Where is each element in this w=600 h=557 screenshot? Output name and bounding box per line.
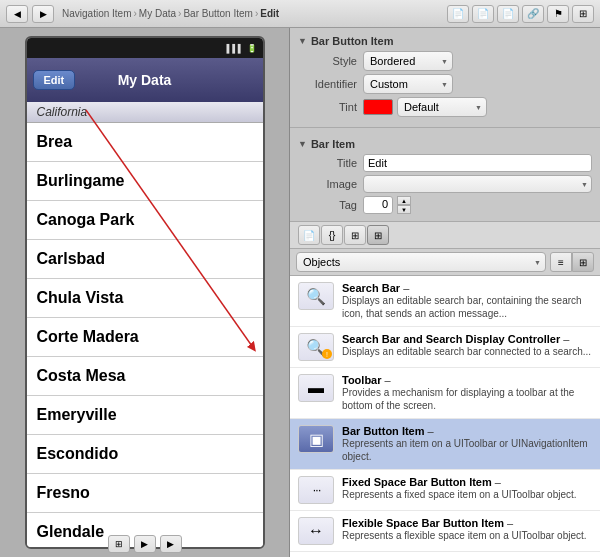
- toolbar-desc: Provides a mechanism for displaying a to…: [342, 386, 592, 412]
- list-item[interactable]: Chula Vista: [27, 279, 263, 318]
- breadcrumb-sep-1: ›: [133, 8, 136, 19]
- image-dropdown[interactable]: [363, 175, 592, 193]
- list-item[interactable]: Canoga Park: [27, 201, 263, 240]
- object-item-tabbar[interactable]: ⊟ Tab Bar – Provides a mechanism for dis…: [290, 552, 600, 557]
- objects-list: 🔍 Search Bar – Displays an editable sear…: [290, 276, 600, 557]
- back-button[interactable]: ◀: [6, 5, 28, 23]
- tag-row: Tag 0 ▲ ▼: [298, 196, 592, 214]
- badge-icon: !: [322, 349, 332, 359]
- mini-toolbar-grid-btn[interactable]: ⊞: [344, 225, 366, 245]
- flexible-space-icon: ↔: [298, 517, 334, 545]
- fixed-space-icon: · · ·: [298, 476, 334, 504]
- style-dropdown[interactable]: Bordered: [363, 51, 453, 71]
- image-row: Image: [298, 175, 592, 193]
- view-grid-btn[interactable]: ⊞: [572, 252, 594, 272]
- image-control: [363, 175, 592, 193]
- title-row: Title: [298, 154, 592, 172]
- tag-value: 0: [363, 196, 393, 214]
- title-input[interactable]: [363, 154, 592, 172]
- fixed-space-symbol-icon: · · ·: [313, 483, 320, 497]
- search-bar-display-text: Search Bar and Search Display Controller…: [342, 333, 591, 358]
- list-item[interactable]: Emeryville: [27, 396, 263, 435]
- phone-nav-title: My Data: [118, 72, 172, 88]
- phone-edit-button[interactable]: Edit: [33, 70, 76, 90]
- bottom-icon-3[interactable]: ▶: [160, 535, 182, 553]
- object-item-searchbar-display[interactable]: 🔍 ! Search Bar and Search Display Contro…: [290, 327, 600, 368]
- bar-button-icon: ▣: [298, 425, 334, 453]
- phone-section-header: California: [27, 102, 263, 123]
- breadcrumb-item-navigation[interactable]: Navigation Item: [62, 8, 131, 19]
- forward-button[interactable]: ▶: [32, 5, 54, 23]
- flexible-space-text: Flexible Space Bar Button Item – Represe…: [342, 517, 587, 542]
- tint-color-swatch[interactable]: [363, 99, 393, 115]
- doc-icon-1[interactable]: 📄: [447, 5, 469, 23]
- toolbar-symbol-icon: ▬: [308, 379, 324, 397]
- toolbar-name: Toolbar –: [342, 374, 592, 386]
- list-item[interactable]: Brea: [27, 123, 263, 162]
- view-grid-icon: ⊞: [579, 257, 587, 268]
- search-icon: 🔍: [306, 287, 326, 306]
- list-item[interactable]: Corte Madera: [27, 318, 263, 357]
- list-item[interactable]: Escondido: [27, 435, 263, 474]
- bottom-icon-1[interactable]: ⊞: [108, 535, 130, 553]
- bar-item-header: ▼ Bar Item: [298, 135, 592, 154]
- identifier-control: Custom: [363, 74, 592, 94]
- list-item[interactable]: Burlingame: [27, 162, 263, 201]
- object-item-bar-button[interactable]: ▣ Bar Button Item – Represents an item o…: [290, 419, 600, 470]
- divider-1: [290, 127, 600, 128]
- list-item[interactable]: Fresno: [27, 474, 263, 513]
- bar-button-item-header: ▼ Bar Button Item: [298, 32, 592, 51]
- image-label: Image: [298, 178, 363, 190]
- object-item-toolbar[interactable]: ▬ Toolbar – Provides a mechanism for dis…: [290, 368, 600, 419]
- disclosure-arrow-2[interactable]: ▼: [298, 139, 307, 149]
- object-item-searchbar[interactable]: 🔍 Search Bar – Displays an editable sear…: [290, 276, 600, 327]
- left-panel: ▌▌▌ 🔋 Edit My Data California Brea Burli…: [0, 28, 290, 557]
- objects-section: Objects ≡ ⊞ 🔍: [290, 249, 600, 557]
- link-icon[interactable]: 🔗: [522, 5, 544, 23]
- mini-toolbar: 📄 {} ⊞ ⊞: [290, 221, 600, 249]
- flexible-space-name: Flexible Space Bar Button Item –: [342, 517, 587, 529]
- identifier-label: Identifier: [298, 78, 363, 90]
- fixed-space-desc: Represents a fixed space item on a UIToo…: [342, 488, 577, 501]
- tag-decrement-btn[interactable]: ▼: [397, 205, 411, 214]
- forward-arrow-icon: ▶: [40, 9, 47, 19]
- battery-icon: 🔋: [247, 44, 257, 53]
- objects-toolbar: Objects ≡ ⊞: [290, 249, 600, 276]
- tint-dropdown[interactable]: Default: [397, 97, 487, 117]
- search-bar-display-desc: Displays an editable search bar connecte…: [342, 345, 591, 358]
- mini-toolbar-list-btn[interactable]: ⊞: [367, 225, 389, 245]
- bottom-icon-2[interactable]: ▶: [134, 535, 156, 553]
- tag-increment-btn[interactable]: ▲: [397, 196, 411, 205]
- bar-button-name: Bar Button Item –: [342, 425, 592, 437]
- phone-status-bar: ▌▌▌ 🔋: [27, 38, 263, 58]
- identifier-dropdown[interactable]: Custom: [363, 74, 453, 94]
- tag-stepper[interactable]: ▲ ▼: [397, 196, 411, 214]
- bar-button-item-section: ▼ Bar Button Item Style Bordered Identif…: [290, 28, 600, 124]
- view-list-btn[interactable]: ≡: [550, 252, 572, 272]
- doc-icon-2[interactable]: 📄: [472, 5, 494, 23]
- bar-button-symbol-icon: ▣: [309, 430, 324, 449]
- breadcrumb: Navigation Item › My Data › Bar Button I…: [62, 8, 279, 19]
- list-item[interactable]: Carlsbad: [27, 240, 263, 279]
- flag-icon[interactable]: ⚑: [547, 5, 569, 23]
- breadcrumb-item-barbutton[interactable]: Bar Button Item: [183, 8, 252, 19]
- list-item[interactable]: Costa Mesa: [27, 357, 263, 396]
- objects-dropdown-label: Objects: [303, 256, 340, 268]
- breadcrumb-item-mydata[interactable]: My Data: [139, 8, 176, 19]
- disclosure-arrow-1[interactable]: ▼: [298, 36, 307, 46]
- mini-toolbar-code-btn[interactable]: {}: [321, 225, 343, 245]
- object-item-fixed-space[interactable]: · · · Fixed Space Bar Button Item – Repr…: [290, 470, 600, 511]
- signal-icon: ▌▌▌: [226, 44, 243, 53]
- breadcrumb-item-edit[interactable]: Edit: [260, 8, 279, 19]
- bar-button-desc: Represents an item on a UIToolbar or UIN…: [342, 437, 592, 463]
- mini-toolbar-doc-btn[interactable]: 📄: [298, 225, 320, 245]
- grid-icon[interactable]: ⊞: [572, 5, 594, 23]
- phone-frame: ▌▌▌ 🔋 Edit My Data California Brea Burli…: [25, 36, 265, 549]
- tag-label: Tag: [298, 199, 363, 211]
- style-label: Style: [298, 55, 363, 67]
- search-bar-display-icon: 🔍 !: [298, 333, 334, 361]
- main-area: ▌▌▌ 🔋 Edit My Data California Brea Burli…: [0, 28, 600, 557]
- objects-dropdown[interactable]: Objects: [296, 252, 546, 272]
- object-item-flexible-space[interactable]: ↔ Flexible Space Bar Button Item – Repre…: [290, 511, 600, 552]
- doc-icon-3[interactable]: 📄: [497, 5, 519, 23]
